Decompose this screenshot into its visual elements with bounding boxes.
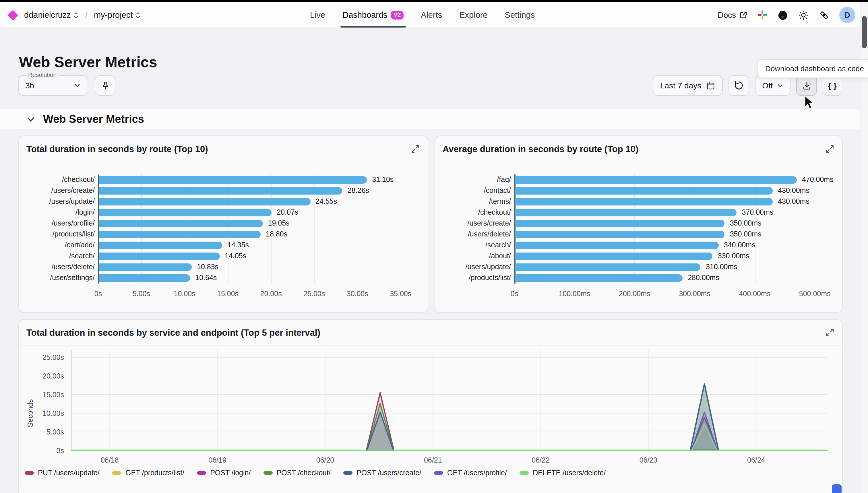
bar-row: 10.64s bbox=[98, 273, 421, 283]
bar-category-label: /products/list/ bbox=[442, 273, 511, 283]
expand-panel-icon[interactable] bbox=[826, 145, 834, 153]
bar-row: 19.05s bbox=[98, 218, 421, 229]
tab-live[interactable]: Live bbox=[310, 2, 325, 27]
bar-value-label: 430.00ms bbox=[778, 185, 809, 196]
share-link-icon[interactable] bbox=[819, 9, 829, 20]
bar-value-label: 280.00ms bbox=[688, 273, 719, 283]
tab-settings[interactable]: Settings bbox=[505, 2, 535, 27]
legend-item[interactable]: POST /users/create/ bbox=[343, 469, 421, 477]
bar bbox=[99, 220, 263, 227]
legend-label: POST /checkout/ bbox=[276, 469, 331, 477]
org-selector[interactable]: ddanielcruzz bbox=[24, 10, 79, 20]
auto-refresh-select[interactable]: Off bbox=[755, 75, 790, 96]
download-icon bbox=[802, 81, 811, 90]
navbar: ddanielcruzz / my-project Live Dashboard… bbox=[0, 2, 868, 28]
dashboard-controls-right: Last 7 days Off { } bbox=[653, 75, 842, 96]
x-tick-label: 500.00ms bbox=[799, 290, 831, 298]
bar-category-label: /users/create/ bbox=[26, 185, 95, 196]
bar-row: 340.00ms bbox=[514, 240, 836, 251]
scrollbar-thumb[interactable] bbox=[862, 16, 867, 48]
legend-item[interactable]: POST /login/ bbox=[197, 469, 251, 477]
expand-panel-icon[interactable] bbox=[411, 145, 420, 153]
legend-item[interactable]: DELETE /users/delete/ bbox=[520, 469, 606, 477]
tab-dashboards[interactable]: Dashboards V2 bbox=[342, 2, 404, 27]
y-tick-label: 25.00s bbox=[42, 353, 64, 361]
x-tick-label: 35.00s bbox=[390, 290, 411, 298]
legend-item[interactable]: GET /users/profile/ bbox=[434, 469, 507, 477]
x-tick-label: 15.00s bbox=[217, 290, 238, 298]
y-tick-label: 0s bbox=[57, 447, 64, 454]
dashboard-section-header[interactable]: Web Server Metrics bbox=[0, 109, 868, 129]
tab-alerts[interactable]: Alerts bbox=[421, 2, 442, 27]
github-icon[interactable] bbox=[777, 9, 788, 20]
bar-value-label: 430.00ms bbox=[778, 196, 809, 207]
bar-category-label: /contact/ bbox=[442, 185, 511, 196]
section-title: Web Server Metrics bbox=[43, 113, 144, 125]
download-tooltip: Download dashboard as code bbox=[758, 59, 868, 78]
blue-corner-widget[interactable] bbox=[832, 485, 842, 493]
bar-value-label: 310.00ms bbox=[706, 262, 737, 273]
bar-value-label: 28.26s bbox=[347, 185, 369, 196]
y-tick-label: 5.00s bbox=[46, 428, 64, 436]
dashboard-code-button[interactable]: { } bbox=[823, 75, 842, 96]
dashboard-controls-left: Resolution 3h bbox=[18, 71, 115, 96]
y-tick-label: 10.00s bbox=[42, 409, 64, 417]
bar-value-label: 19.05s bbox=[268, 218, 290, 229]
panel-total-duration-by-route: Total duration in seconds by route (Top … bbox=[18, 135, 428, 313]
area-chart-canvas: 0s5.00s10.00s15.00s20.00s25.00s06/1806/1… bbox=[19, 346, 842, 468]
x-axis-ticks: 0s100.00ms200.00ms300.00ms400.00ms500.00… bbox=[514, 283, 836, 301]
x-tick-label: 25.00s bbox=[303, 290, 325, 298]
refresh-button[interactable] bbox=[728, 75, 749, 96]
y-tick-label: 20.00s bbox=[42, 372, 64, 380]
bar-category-label: /about/ bbox=[442, 251, 511, 262]
bar-category-label: /checkout/ bbox=[442, 207, 511, 218]
docs-link[interactable]: Docs bbox=[718, 10, 747, 20]
expand-panel-icon[interactable] bbox=[826, 328, 834, 337]
resolution-select[interactable]: Resolution 3h bbox=[18, 75, 87, 96]
breadcrumb: ddanielcruzz / my-project bbox=[0, 10, 141, 20]
bar-row: 470.00ms bbox=[514, 174, 836, 185]
mouse-cursor bbox=[804, 95, 815, 110]
slack-icon[interactable] bbox=[757, 10, 767, 20]
legend-item[interactable]: POST /checkout/ bbox=[263, 469, 331, 477]
legend-item[interactable]: GET /products/list/ bbox=[112, 469, 184, 477]
legend-item[interactable]: PUT /users/update/ bbox=[25, 469, 100, 477]
x-tick-label: 06/24 bbox=[747, 456, 765, 464]
bar-category-label: /cart/add/ bbox=[26, 240, 95, 251]
bar-category-label: /user/settings/ bbox=[26, 273, 95, 283]
time-range-button[interactable]: Last 7 days bbox=[653, 75, 722, 96]
bar-category-label: /users/update/ bbox=[26, 196, 95, 207]
pin-dashboard-button[interactable] bbox=[95, 75, 115, 96]
bar-value-label: 370.00ms bbox=[742, 207, 774, 218]
legend-swatch bbox=[263, 471, 272, 475]
bar bbox=[515, 209, 737, 216]
bar bbox=[99, 231, 261, 238]
bar-row: 28.26s bbox=[98, 185, 421, 196]
download-dashboard-button[interactable] bbox=[796, 75, 817, 96]
user-avatar[interactable]: D bbox=[839, 7, 855, 23]
pin-icon bbox=[100, 81, 110, 90]
y-tick-label: 15.00s bbox=[42, 390, 64, 399]
bar bbox=[515, 187, 773, 195]
x-tick-label: 5.00s bbox=[133, 290, 150, 298]
bar-category-label: /login/ bbox=[26, 207, 95, 218]
bar-value-label: 18.80s bbox=[266, 229, 287, 240]
bar bbox=[99, 198, 310, 206]
bar-category-label: /users/create/ bbox=[442, 218, 511, 229]
project-name: my-project bbox=[94, 10, 133, 20]
project-selector[interactable]: my-project bbox=[94, 10, 141, 20]
sort-chevrons-icon bbox=[74, 11, 79, 19]
light-mode-sun-icon[interactable] bbox=[798, 9, 809, 20]
bar-category-label: /users/update/ bbox=[442, 262, 511, 273]
bar-value-label: 10.83s bbox=[197, 262, 218, 273]
bar-value-label: 350.00ms bbox=[730, 218, 762, 229]
tab-explore[interactable]: Explore bbox=[459, 2, 487, 27]
x-tick-label: 100.00ms bbox=[558, 290, 590, 298]
chevron-down-icon bbox=[74, 83, 80, 88]
x-tick-label: 0s bbox=[511, 290, 518, 298]
bar-row: 24.55s bbox=[98, 196, 421, 207]
bar bbox=[99, 274, 190, 282]
bar bbox=[515, 220, 725, 227]
legend-label: GET /products/list/ bbox=[125, 469, 184, 477]
bar bbox=[515, 263, 701, 271]
